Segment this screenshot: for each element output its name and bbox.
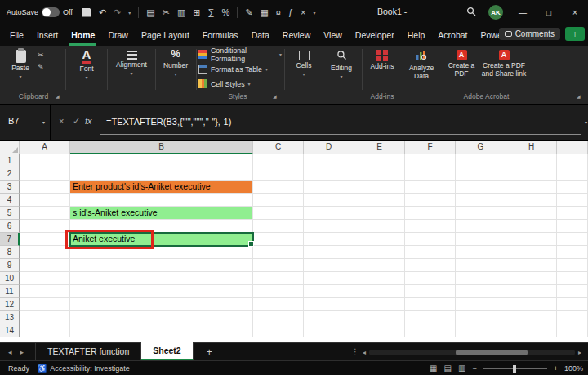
cell-G2[interactable] [456, 167, 506, 181]
confirm-entry-icon[interactable]: ✓ [73, 116, 80, 127]
cell-C12[interactable] [253, 298, 304, 311]
cancel-entry-icon[interactable]: × [59, 116, 64, 126]
ribbon-tab-view[interactable]: View [317, 25, 349, 46]
horizontal-scrollbar[interactable]: ◂ ▸ [363, 349, 581, 355]
number-group-button[interactable]: % Number ▾ [158, 48, 194, 78]
column-header-f[interactable]: F [405, 141, 456, 154]
cell-E1[interactable] [354, 154, 405, 167]
cell-partial-2[interactable] [557, 167, 588, 181]
ribbon-tab-draw[interactable]: Draw [101, 25, 135, 46]
cell-B2[interactable] [70, 167, 253, 181]
autosave-toggle[interactable] [42, 7, 60, 17]
minimize-button[interactable]: — [510, 0, 536, 25]
cell-A8[interactable] [20, 246, 70, 259]
cell-D9[interactable] [304, 259, 354, 272]
cell-D13[interactable] [304, 311, 354, 324]
autosum-icon[interactable]: ∑ [208, 7, 215, 17]
ribbon-tab-data[interactable]: Data [245, 25, 276, 46]
row-header-9[interactable]: 9 [0, 259, 20, 272]
sheet-tab-textafter-function[interactable]: TEXTAFTER function [35, 343, 141, 360]
cell-D12[interactable] [304, 298, 354, 311]
copy-icon[interactable]: ▤ [146, 7, 154, 18]
cell-H10[interactable] [506, 272, 557, 285]
add-ins-button[interactable]: Add-ins [364, 48, 400, 71]
column-header-b[interactable]: B [70, 141, 253, 154]
cell-F8[interactable] [405, 246, 456, 259]
cell-B10[interactable] [70, 272, 253, 285]
cell-G1[interactable] [456, 154, 506, 167]
zoom-in-icon[interactable]: + [554, 364, 558, 373]
currency-icon[interactable]: ¤ [276, 7, 281, 17]
add-sheet-button[interactable]: + [207, 346, 212, 358]
cell-D8[interactable] [304, 246, 354, 259]
row-header-3[interactable]: 3 [0, 181, 20, 194]
cell-B4[interactable] [70, 194, 253, 207]
cell-D14[interactable] [304, 324, 354, 337]
cell-E7[interactable] [354, 233, 405, 246]
cell-A1[interactable] [20, 154, 70, 167]
row-header-8[interactable]: 8 [0, 246, 20, 259]
cell-G9[interactable] [456, 259, 506, 272]
scroll-left-icon[interactable]: ◂ [363, 349, 366, 356]
comments-button[interactable]: Comments [499, 28, 560, 40]
close-button[interactable]: × [562, 0, 588, 25]
share-button[interactable]: ↑ [565, 27, 585, 41]
cell-D10[interactable] [304, 272, 354, 285]
cell-H7[interactable] [506, 233, 557, 246]
cell-F11[interactable] [405, 285, 456, 298]
cell-E6[interactable] [354, 220, 405, 233]
row-header-14[interactable]: 14 [0, 324, 20, 337]
cell-A9[interactable] [20, 259, 70, 272]
cell-partial-8[interactable] [557, 246, 588, 259]
cell-F2[interactable] [405, 167, 456, 181]
cell-E11[interactable] [354, 285, 405, 298]
cell-G8[interactable] [456, 246, 506, 259]
normal-view-icon[interactable]: ▦ [430, 364, 437, 373]
row-header-12[interactable]: 12 [0, 298, 20, 311]
cell-C10[interactable] [253, 272, 304, 285]
acrobat-dialog-launcher-icon[interactable]: ◢ [577, 93, 581, 99]
zoom-out-icon[interactable]: − [472, 364, 476, 373]
cell-E12[interactable] [354, 298, 405, 311]
cell-B9[interactable] [70, 259, 253, 272]
row-header-2[interactable]: 2 [0, 167, 20, 181]
cell-G6[interactable] [456, 220, 506, 233]
cell-B5[interactable]: s id's-Aniket executive [70, 207, 253, 220]
row-header-1[interactable]: 1 [0, 154, 20, 167]
row-header-6[interactable]: 6 [0, 220, 20, 233]
cell-F9[interactable] [405, 259, 456, 272]
row-header-4[interactable]: 4 [0, 194, 20, 207]
zoom-slider-thumb[interactable] [513, 365, 516, 373]
cell-partial-6[interactable] [557, 220, 588, 233]
cell-A3[interactable] [20, 181, 70, 194]
maximize-button[interactable]: □ [536, 0, 562, 25]
row-header-13[interactable]: 13 [0, 311, 20, 324]
cell-A7[interactable] [20, 233, 70, 246]
cell-B12[interactable] [70, 298, 253, 311]
cell-partial-14[interactable] [557, 324, 588, 337]
zoom-slider[interactable] [483, 368, 547, 369]
cell-H2[interactable] [506, 167, 557, 181]
sheet-nav-right-icon[interactable]: ▸ [20, 348, 24, 356]
column-header-g[interactable]: G [456, 141, 506, 154]
cell-D6[interactable] [304, 220, 354, 233]
cell-F5[interactable] [405, 207, 456, 220]
formula-bar-expand-icon[interactable]: ▾ [585, 119, 587, 125]
cells-group-button[interactable]: Cells ▾ [287, 48, 321, 78]
format-as-table-button[interactable]: Format as Table ▾ [198, 63, 282, 75]
save-icon[interactable] [82, 8, 91, 17]
undo-icon[interactable]: ↶ [99, 7, 106, 18]
cell-C14[interactable] [253, 324, 304, 337]
cell-G11[interactable] [456, 285, 506, 298]
avatar[interactable]: AK [488, 5, 503, 20]
cell-E10[interactable] [354, 272, 405, 285]
cell-A6[interactable] [20, 220, 70, 233]
qat-chevron-icon[interactable]: ▾ [128, 10, 131, 16]
cell-H8[interactable] [506, 246, 557, 259]
cell-F7[interactable] [405, 233, 456, 246]
cell-B11[interactable] [70, 285, 253, 298]
ribbon-tab-insert[interactable]: Insert [30, 25, 65, 46]
cell-F12[interactable] [405, 298, 456, 311]
cell-G10[interactable] [456, 272, 506, 285]
cell-C6[interactable] [253, 220, 304, 233]
